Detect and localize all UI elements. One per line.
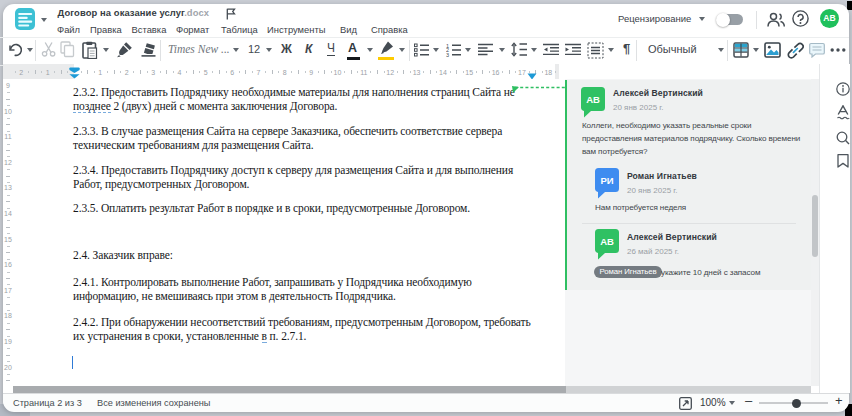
svg-text:АВ: АВ [600, 236, 614, 247]
svg-text:РИ: РИ [600, 175, 613, 186]
svg-text:АВ: АВ [586, 94, 600, 105]
svg-text:3: 3 [446, 52, 449, 57]
